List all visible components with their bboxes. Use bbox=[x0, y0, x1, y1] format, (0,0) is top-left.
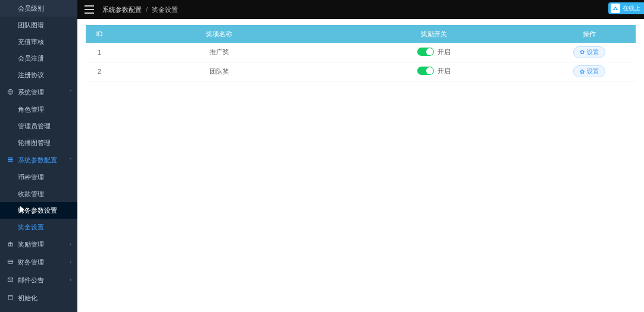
sidebar-item-label: 会员注册 bbox=[18, 54, 44, 63]
cell-switch: 开启 bbox=[325, 43, 543, 62]
main: 系统参数配置 / 奖金设置 在线上 ID 奖项名称 奖励开关 操作 bbox=[77, 0, 644, 312]
svg-rect-9 bbox=[8, 295, 12, 297]
sidebar-item-admin-manage[interactable]: 管理员管理 bbox=[0, 118, 77, 134]
sidebar-item-member-register[interactable]: 会员注册 bbox=[0, 50, 77, 67]
bonus-switch[interactable]: 开启 bbox=[417, 67, 451, 75]
sidebar-item-label: 管理员管理 bbox=[18, 122, 51, 131]
switch-track bbox=[417, 67, 434, 75]
svg-rect-6 bbox=[8, 261, 12, 261]
sidebar-item-label: 轮播图管理 bbox=[18, 138, 51, 147]
cell-name: 团队奖 bbox=[113, 62, 325, 81]
sidebar-group-label: 邮件公告 bbox=[18, 276, 44, 285]
sidebar-group-params[interactable]: 系统参数配置 ˇ bbox=[0, 151, 77, 169]
chevron-up-icon: ˇ bbox=[70, 89, 71, 95]
cell-name: 推广奖 bbox=[113, 43, 325, 62]
switch-knob bbox=[426, 67, 433, 74]
col-id: ID bbox=[86, 25, 113, 43]
refresh-icon bbox=[6, 294, 14, 302]
sidebar-group-label: 奖励管理 bbox=[18, 240, 44, 249]
sidebar-group-init[interactable]: 初始化 bbox=[0, 289, 77, 307]
svg-point-11 bbox=[616, 8, 618, 10]
sidebar-item-recharge-audit[interactable]: 充值审核 bbox=[0, 33, 77, 50]
gift-icon bbox=[6, 241, 14, 248]
hamburger-icon[interactable] bbox=[85, 5, 94, 14]
breadcrumb-separator: / bbox=[146, 6, 148, 13]
bonus-switch[interactable]: 开启 bbox=[417, 48, 451, 56]
sidebar-item-label: 奖金设置 bbox=[18, 223, 44, 232]
breadcrumb-current: 奖金设置 bbox=[152, 6, 178, 13]
sidebar-group-label: 财务管理 bbox=[18, 258, 44, 267]
sidebar-item-bonus-settings[interactable]: 奖金设置 bbox=[0, 219, 77, 235]
cursor-icon bbox=[20, 206, 26, 215]
cloud-icon bbox=[611, 4, 620, 13]
cell-id: 1 bbox=[86, 43, 113, 62]
table-row: 1 推广奖 开启 ✿ 设置 bbox=[86, 43, 636, 62]
table-row: 2 团队奖 开启 ✿ 设置 bbox=[86, 62, 636, 81]
sidebar-item-label: 角色管理 bbox=[18, 105, 44, 114]
gear-icon: ✿ bbox=[580, 49, 584, 55]
switch-track bbox=[417, 48, 434, 56]
sidebar-item-label: 币种管理 bbox=[18, 173, 44, 182]
sidebar-item-finance-params[interactable]: 财务参数设置 bbox=[0, 202, 77, 219]
breadcrumb: 系统参数配置 / 奖金设置 bbox=[102, 5, 178, 14]
online-status-label: 在线上 bbox=[623, 4, 640, 12]
svg-rect-2 bbox=[8, 159, 12, 159]
sidebar-item-collection-manage[interactable]: 收款管理 bbox=[0, 185, 77, 202]
chevron-up-icon: ˇ bbox=[70, 157, 71, 163]
sidebar-item-label: 团队图谱 bbox=[18, 21, 44, 30]
svg-rect-3 bbox=[8, 160, 12, 161]
svg-rect-1 bbox=[8, 157, 12, 158]
sidebar-item-label: 会员级别 bbox=[18, 4, 44, 13]
svg-point-12 bbox=[615, 7, 617, 8]
sidebar-group-mail[interactable]: 邮件公告 › bbox=[0, 271, 77, 289]
sidebar-item-role-manage[interactable]: 角色管理 bbox=[0, 101, 77, 118]
sidebar-item-label: 充值审核 bbox=[18, 37, 44, 46]
switch-knob bbox=[426, 48, 433, 55]
set-button[interactable]: ✿ 设置 bbox=[573, 46, 605, 58]
sidebar-item-register-agreement[interactable]: 注册协议 bbox=[0, 67, 77, 83]
sidebar-group-finance[interactable]: 财务管理 › bbox=[0, 253, 77, 271]
sidebar-item-team-graph[interactable]: 团队图谱 bbox=[0, 17, 77, 33]
col-op: 操作 bbox=[543, 25, 636, 43]
sidebar-item-member-level[interactable]: 会员级别 bbox=[0, 0, 77, 17]
sidebar-group-system[interactable]: 系统管理 ˇ bbox=[0, 83, 77, 101]
card-icon bbox=[6, 259, 14, 266]
content: ID 奖项名称 奖励开关 操作 1 推广奖 开启 bbox=[77, 19, 644, 312]
bonus-table: ID 奖项名称 奖励开关 操作 1 推广奖 开启 bbox=[86, 25, 636, 81]
cell-switch: 开启 bbox=[325, 62, 543, 81]
online-status-badge[interactable]: 在线上 bbox=[608, 2, 644, 14]
topbar: 系统参数配置 / 奖金设置 在线上 bbox=[77, 0, 644, 19]
set-button-label: 设置 bbox=[587, 48, 599, 56]
globe-icon bbox=[6, 89, 14, 96]
col-name: 奖项名称 bbox=[113, 25, 325, 43]
switch-label: 开启 bbox=[437, 67, 451, 75]
set-button[interactable]: ✿ 设置 bbox=[573, 65, 605, 77]
sidebar-group-label: 系统管理 bbox=[18, 88, 44, 97]
chevron-down-icon: › bbox=[70, 241, 71, 247]
switch-label: 开启 bbox=[437, 48, 451, 56]
gear-icon: ✿ bbox=[580, 68, 584, 75]
cell-op: ✿ 设置 bbox=[543, 43, 636, 62]
svg-point-10 bbox=[613, 8, 615, 10]
sidebar-item-label: 注册协议 bbox=[18, 71, 44, 80]
mail-icon bbox=[6, 276, 14, 284]
sidebar-item-coin-manage[interactable]: 币种管理 bbox=[0, 169, 77, 185]
sidebar-group-record[interactable]: 奖励管理 › bbox=[0, 235, 77, 253]
sidebar-item-label: 收款管理 bbox=[18, 190, 44, 198]
sidebar: 会员级别 团队图谱 充值审核 会员注册 注册协议 系统管理 ˇ 角色管理 管理员… bbox=[0, 0, 77, 312]
sidebar-group-label: 系统参数配置 bbox=[18, 156, 57, 165]
set-button-label: 设置 bbox=[587, 67, 599, 75]
bars-icon bbox=[6, 156, 14, 164]
chevron-down-icon: › bbox=[70, 259, 71, 265]
col-switch: 奖励开关 bbox=[325, 25, 543, 43]
breadcrumb-item[interactable]: 系统参数配置 bbox=[102, 6, 142, 13]
cell-id: 2 bbox=[86, 62, 113, 81]
cell-op: ✿ 设置 bbox=[543, 62, 636, 81]
sidebar-group-label: 初始化 bbox=[18, 294, 37, 302]
chevron-down-icon: › bbox=[70, 277, 71, 283]
sidebar-item-carousel-manage[interactable]: 轮播图管理 bbox=[0, 134, 77, 151]
